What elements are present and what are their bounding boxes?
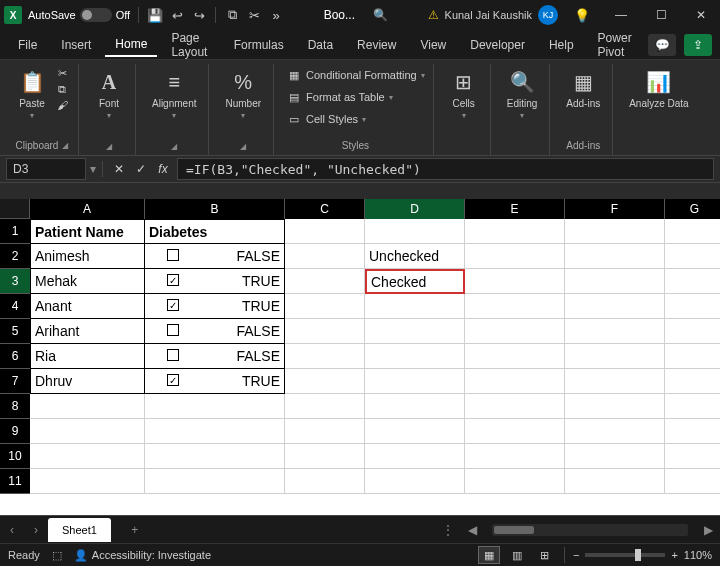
avatar[interactable]: KJ bbox=[538, 5, 558, 25]
view-page-break-button[interactable]: ⊞ bbox=[534, 546, 556, 564]
cell-G3[interactable] bbox=[665, 269, 720, 294]
row-header-7[interactable]: 7 bbox=[0, 369, 30, 394]
undo-icon[interactable]: ↩ bbox=[169, 7, 185, 23]
cell-B11[interactable] bbox=[145, 469, 285, 494]
hscroll-right[interactable]: ▶ bbox=[696, 518, 720, 542]
checkbox-mehak[interactable]: ✓ bbox=[167, 274, 179, 286]
addins-button[interactable]: ▦ Add-ins bbox=[562, 66, 604, 111]
cell-D8[interactable] bbox=[365, 394, 465, 419]
format-painter-icon[interactable]: 🖌 bbox=[54, 98, 70, 112]
cell-C2[interactable] bbox=[285, 244, 365, 269]
menu-data[interactable]: Data bbox=[298, 34, 343, 56]
cell-F1[interactable] bbox=[565, 219, 665, 244]
row-header-3[interactable]: 3 bbox=[0, 269, 30, 294]
editing-button[interactable]: 🔍 Editing ▾ bbox=[503, 66, 542, 122]
row-header-9[interactable]: 9 bbox=[0, 419, 30, 444]
cell-D3[interactable]: Checked bbox=[365, 269, 465, 294]
namebox-chevron-icon[interactable]: ▾ bbox=[86, 162, 100, 176]
cell-F4[interactable] bbox=[565, 294, 665, 319]
row-header-2[interactable]: 2 bbox=[0, 244, 30, 269]
cell-G9[interactable] bbox=[665, 419, 720, 444]
menu-file[interactable]: File bbox=[8, 34, 47, 56]
column-header-E[interactable]: E bbox=[465, 199, 565, 219]
cell-D1[interactable] bbox=[365, 219, 465, 244]
cell-D4[interactable] bbox=[365, 294, 465, 319]
cell-F2[interactable] bbox=[565, 244, 665, 269]
cell-D10[interactable] bbox=[365, 444, 465, 469]
cell-F8[interactable] bbox=[565, 394, 665, 419]
cell-G7[interactable] bbox=[665, 369, 720, 394]
row-header-11[interactable]: 11 bbox=[0, 469, 30, 494]
cell-C8[interactable] bbox=[285, 394, 365, 419]
view-normal-button[interactable]: ▦ bbox=[478, 546, 500, 564]
column-header-D[interactable]: D bbox=[365, 199, 465, 219]
cell-A7[interactable]: Dhruv bbox=[30, 369, 145, 394]
sheet-nav-prev[interactable]: ‹ bbox=[0, 518, 24, 542]
spreadsheet-grid[interactable]: ABCDEFG 1234567891011 Patient NameDiabet… bbox=[0, 199, 720, 515]
zoom-slider[interactable] bbox=[585, 553, 665, 557]
zoom-level[interactable]: 110% bbox=[684, 549, 712, 561]
checkbox-ria[interactable] bbox=[167, 349, 179, 361]
cell-A11[interactable] bbox=[30, 469, 145, 494]
cell-D6[interactable] bbox=[365, 344, 465, 369]
row-header-4[interactable]: 4 bbox=[0, 294, 30, 319]
menu-formulas[interactable]: Formulas bbox=[224, 34, 294, 56]
macro-record-icon[interactable]: ⬚ bbox=[52, 549, 62, 562]
formula-bar[interactable]: =IF(B3,"Checked", "Unchecked") bbox=[177, 158, 714, 180]
cell-E5[interactable] bbox=[465, 319, 565, 344]
checkbox-arihant[interactable] bbox=[167, 324, 179, 336]
cell-F10[interactable] bbox=[565, 444, 665, 469]
cell-B7[interactable]: ✓TRUE bbox=[145, 369, 285, 394]
cell-C4[interactable] bbox=[285, 294, 365, 319]
share-button[interactable]: ⇪ bbox=[684, 34, 712, 56]
menu-view[interactable]: View bbox=[410, 34, 456, 56]
cell-A1[interactable]: Patient Name bbox=[30, 219, 145, 244]
cell-G1[interactable] bbox=[665, 219, 720, 244]
cell-A10[interactable] bbox=[30, 444, 145, 469]
row-header-6[interactable]: 6 bbox=[0, 344, 30, 369]
alignment-button[interactable]: ≡ Alignment ▾ bbox=[148, 66, 200, 122]
column-header-C[interactable]: C bbox=[285, 199, 365, 219]
cancel-formula-icon[interactable]: ✕ bbox=[109, 159, 129, 179]
horizontal-scrollbar[interactable] bbox=[492, 524, 688, 536]
cell-G4[interactable] bbox=[665, 294, 720, 319]
cell-C6[interactable] bbox=[285, 344, 365, 369]
cell-C1[interactable] bbox=[285, 219, 365, 244]
menu-review[interactable]: Review bbox=[347, 34, 406, 56]
cell-B5[interactable]: FALSE bbox=[145, 319, 285, 344]
checkbox-anant[interactable]: ✓ bbox=[167, 299, 179, 311]
number-button[interactable]: % Number ▾ bbox=[221, 66, 265, 122]
view-page-layout-button[interactable]: ▥ bbox=[506, 546, 528, 564]
cell-B6[interactable]: FALSE bbox=[145, 344, 285, 369]
menu-insert[interactable]: Insert bbox=[51, 34, 101, 56]
cell-F6[interactable] bbox=[565, 344, 665, 369]
column-header-A[interactable]: A bbox=[30, 199, 145, 219]
column-header-F[interactable]: F bbox=[565, 199, 665, 219]
cell-C7[interactable] bbox=[285, 369, 365, 394]
cell-G8[interactable] bbox=[665, 394, 720, 419]
cell-E1[interactable] bbox=[465, 219, 565, 244]
cell-E10[interactable] bbox=[465, 444, 565, 469]
cell-B4[interactable]: ✓TRUE bbox=[145, 294, 285, 319]
cell-A3[interactable]: Mehak bbox=[30, 269, 145, 294]
cell-C3[interactable] bbox=[285, 269, 365, 294]
cell-F5[interactable] bbox=[565, 319, 665, 344]
cell-B2[interactable]: FALSE bbox=[145, 244, 285, 269]
more-icon[interactable]: » bbox=[268, 7, 284, 23]
sheet-nav-next[interactable]: › bbox=[24, 518, 48, 542]
cell-B3[interactable]: ✓TRUE bbox=[145, 269, 285, 294]
cell-C5[interactable] bbox=[285, 319, 365, 344]
warning-icon[interactable]: ⚠ bbox=[428, 8, 439, 22]
enter-formula-icon[interactable]: ✓ bbox=[131, 159, 151, 179]
cell-A5[interactable]: Arihant bbox=[30, 319, 145, 344]
menu-power-pivot[interactable]: Power Pivot bbox=[588, 27, 644, 63]
checkbox-animesh[interactable] bbox=[167, 249, 179, 261]
maximize-button[interactable]: ☐ bbox=[646, 3, 676, 27]
zoom-out-button[interactable]: − bbox=[573, 549, 579, 561]
row-header-1[interactable]: 1 bbox=[0, 219, 30, 244]
comments-button[interactable]: 💬 bbox=[648, 34, 676, 56]
autosave-toggle[interactable]: AutoSave Off bbox=[28, 8, 130, 22]
document-name[interactable]: Boo... bbox=[324, 8, 355, 22]
cell-A6[interactable]: Ria bbox=[30, 344, 145, 369]
cell-B1[interactable]: Diabetes bbox=[145, 219, 285, 244]
